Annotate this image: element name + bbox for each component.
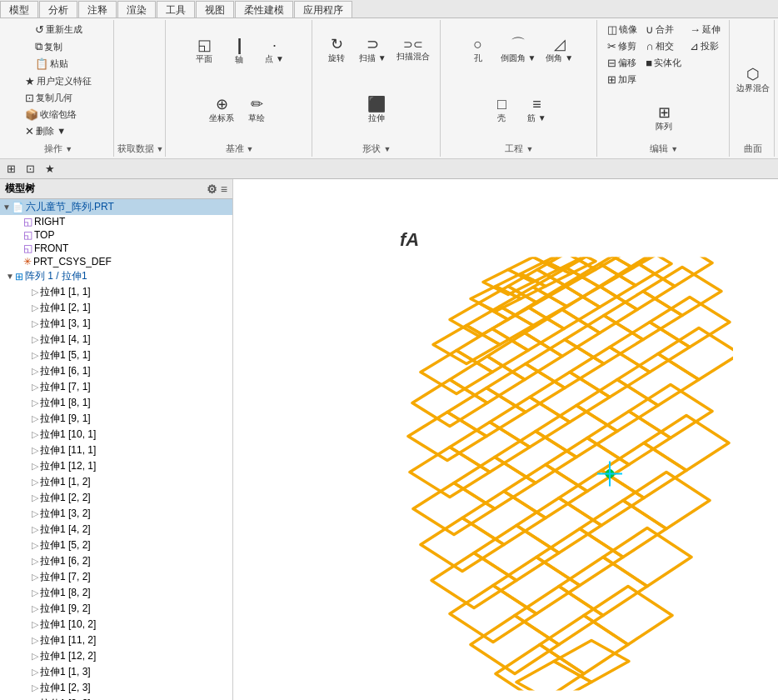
btn-csys[interactable]: ⊕ 坐标系 <box>205 82 238 140</box>
tree-item-top[interactable]: ◱ TOP <box>0 228 232 242</box>
btn-chamfer[interactable]: ◿ 倒角 ▼ <box>541 22 577 80</box>
list-item[interactable]: ▷拉伸1 [5, 2] <box>0 538 232 553</box>
tab-flex-modeling[interactable]: 柔性建模 <box>235 1 293 18</box>
list-item[interactable]: ▷拉伸1 [10, 1] <box>0 427 232 442</box>
list-item[interactable]: ▷拉伸1 [1, 1] <box>0 284 232 300</box>
tree-title: 模型树 <box>5 182 35 196</box>
btn-sweep[interactable]: ⊃ 扫描 ▼ <box>355 22 391 80</box>
list-item[interactable]: ▷拉伸1 [1, 2] <box>0 474 232 490</box>
list-item[interactable]: ▷拉伸1 [8, 1] <box>0 395 232 411</box>
group-operations: ↺ 重新生成 ⧉ 复制 📋 粘贴 ★ 用户定义特征 <box>3 20 114 157</box>
btn-offset[interactable]: ⊟ 偏移 <box>604 55 641 71</box>
btn-paste[interactable]: 📋 粘贴 <box>32 56 86 72</box>
tab-render[interactable]: 渲染 <box>117 1 156 18</box>
btn-sketch[interactable]: ✏ 草绘 <box>240 82 273 140</box>
group-get-data-label[interactable]: 获取数据▼ <box>117 141 164 155</box>
btn-plane[interactable]: ◱ 平面 <box>187 22 221 81</box>
tab-apps[interactable]: 应用程序 <box>294 1 352 18</box>
btn-extrude[interactable]: ⬛ 拉伸 <box>360 82 393 140</box>
group-get-data-inner <box>116 22 166 139</box>
btn-hole[interactable]: ○ 孔 <box>461 22 495 80</box>
list-item[interactable]: ▷拉伸1 [12, 1] <box>0 458 232 474</box>
group-datum-label[interactable]: 基准▼ <box>226 141 254 155</box>
view-toggle-btn[interactable]: ⊞ <box>3 161 19 177</box>
group-engineering-label[interactable]: 工程▼ <box>505 141 533 155</box>
btn-copy[interactable]: ⧉ 复制 <box>32 38 86 55</box>
btn-boundary-blend[interactable]: ⬡ 边界混合 <box>732 22 774 139</box>
list-item[interactable]: ▷拉伸1 [2, 2] <box>0 490 232 506</box>
tree-content[interactable]: ▼ 📄 六儿童节_阵列.PRT ◱ RIGHT ◱ TOP ◱ FRONT <box>0 199 232 700</box>
list-item[interactable]: ▷拉伸1 [12, 2] <box>0 648 232 664</box>
layer-btn[interactable]: ⊡ <box>22 161 38 177</box>
list-item[interactable]: ▷拉伸1 [5, 1] <box>0 348 232 363</box>
btn-regenerate[interactable]: ↺ 重新生成 <box>32 22 86 38</box>
group-shape-label[interactable]: 形状▼ <box>362 141 391 155</box>
list-item[interactable]: ▷拉伸1 [7, 1] <box>0 379 232 395</box>
list-item[interactable]: ▷拉伸1 [8, 2] <box>0 585 232 601</box>
svg-marker-40 <box>490 398 570 448</box>
list-item[interactable]: ▷拉伸1 [3, 1] <box>0 316 232 332</box>
copy-geo-icon: ⊡ <box>25 92 34 104</box>
btn-extend[interactable]: → 延伸 <box>686 22 724 38</box>
list-item[interactable]: ▷拉伸1 [9, 2] <box>0 601 232 617</box>
list-item[interactable]: ▷拉伸1 [3, 3] <box>0 696 232 700</box>
tree-root-item[interactable]: ▼ 📄 六儿童节_阵列.PRT <box>0 199 232 215</box>
intersect-icon: ∩ <box>646 40 653 52</box>
settings-btn[interactable]: ★ <box>42 161 58 177</box>
btn-array[interactable]: ⊞ 阵列 <box>647 102 681 135</box>
btn-intersect[interactable]: ∩ 相交 <box>642 38 685 54</box>
group-get-data: 获取数据▼ <box>116 20 166 157</box>
tab-tools[interactable]: 工具 <box>157 1 195 18</box>
btn-rib[interactable]: ≡ 筋 ▼ <box>520 82 553 140</box>
list-item[interactable]: ▷拉伸1 [2, 1] <box>0 300 232 316</box>
list-item[interactable]: ▷拉伸1 [3, 2] <box>0 506 232 522</box>
tab-model[interactable]: 模型 <box>0 1 38 18</box>
tree-expand-icon[interactable]: ≡ <box>221 182 227 196</box>
list-item[interactable]: ▷拉伸1 [6, 2] <box>0 553 232 569</box>
btn-project[interactable]: ⊿ 投影 <box>686 38 724 54</box>
btn-rotate[interactable]: ↻ 旋转 <box>320 22 353 80</box>
tree-item-csys[interactable]: ✳ PRT_CSYS_DEF <box>0 255 232 268</box>
btn-trim[interactable]: ✂ 修剪 <box>604 38 641 54</box>
list-item[interactable]: ▷拉伸1 [4, 2] <box>0 522 232 538</box>
group-edit-label[interactable]: 编辑▼ <box>650 141 678 155</box>
group-edit: ◫ 镜像 ✂ 修剪 ⊟ 偏移 ⊞ 加厚 <box>599 20 730 157</box>
list-item[interactable]: ▷拉伸1 [6, 1] <box>0 363 232 379</box>
btn-shrink[interactable]: 📦 收缩包络 <box>22 107 95 122</box>
sweep-icon: ⊃ <box>367 37 379 52</box>
btn-thicken[interactable]: ⊞ 加厚 <box>604 72 641 88</box>
group-operations-label[interactable]: 操作▼ <box>44 141 72 155</box>
list-item[interactable]: ▷拉伸1 [2, 3] <box>0 680 232 696</box>
tree-item-right[interactable]: ◱ RIGHT <box>0 215 232 228</box>
btn-sweep-blend[interactable]: ⊃⊂ 扫描混合 <box>392 22 434 80</box>
array-expand[interactable]: ▼ <box>5 272 15 281</box>
tab-view[interactable]: 视图 <box>196 1 234 18</box>
tab-analysis[interactable]: 分析 <box>39 1 77 18</box>
btn-point[interactable]: · 点 ▼ <box>257 22 291 81</box>
btn-shell[interactable]: □ 壳 <box>485 82 518 140</box>
btn-mirror[interactable]: ◫ 镜像 <box>604 22 641 38</box>
btn-delete[interactable]: ✕ 删除 ▼ <box>22 123 95 139</box>
btn-axis[interactable]: | 轴 <box>222 22 256 81</box>
list-item[interactable]: ▷拉伸1 [10, 2] <box>0 617 232 632</box>
viewport[interactable]: fA BBS.CHINADE.NET PRT_CSYS_DEF <box>233 179 778 700</box>
list-item[interactable]: ▷拉伸1 [9, 1] <box>0 411 232 427</box>
tree-root-expand[interactable]: ▼ <box>2 202 12 212</box>
btn-merge[interactable]: ∪ 合并 <box>642 22 685 38</box>
svg-marker-42 <box>570 348 650 398</box>
tree-config-icon[interactable]: ⚙ <box>207 182 217 196</box>
list-item[interactable]: ▷拉伸1 [7, 2] <box>0 569 232 585</box>
btn-copy-geometry[interactable]: ⊡ 复制几何 <box>22 90 95 106</box>
btn-solidify[interactable]: ■ 实体化 <box>642 55 685 71</box>
btn-round[interactable]: ⌒ 倒圆角 ▼ <box>496 22 541 80</box>
boundary-blend-icon: ⬡ <box>746 67 760 82</box>
list-item[interactable]: ▷拉伸1 [11, 2] <box>0 632 232 648</box>
btn-user-feature[interactable]: ★ 用户定义特征 <box>22 73 95 89</box>
tab-annotation[interactable]: 注释 <box>78 1 117 18</box>
tree-item-array[interactable]: ▼ ⊞ 阵列 1 / 拉伸1 <box>0 268 232 284</box>
tree-item-front[interactable]: ◱ FRONT <box>0 242 232 255</box>
csys-icon: ⊕ <box>216 97 228 112</box>
list-item[interactable]: ▷拉伸1 [4, 1] <box>0 332 232 348</box>
list-item[interactable]: ▷拉伸1 [1, 3] <box>0 664 232 680</box>
list-item[interactable]: ▷拉伸1 [11, 1] <box>0 442 232 458</box>
